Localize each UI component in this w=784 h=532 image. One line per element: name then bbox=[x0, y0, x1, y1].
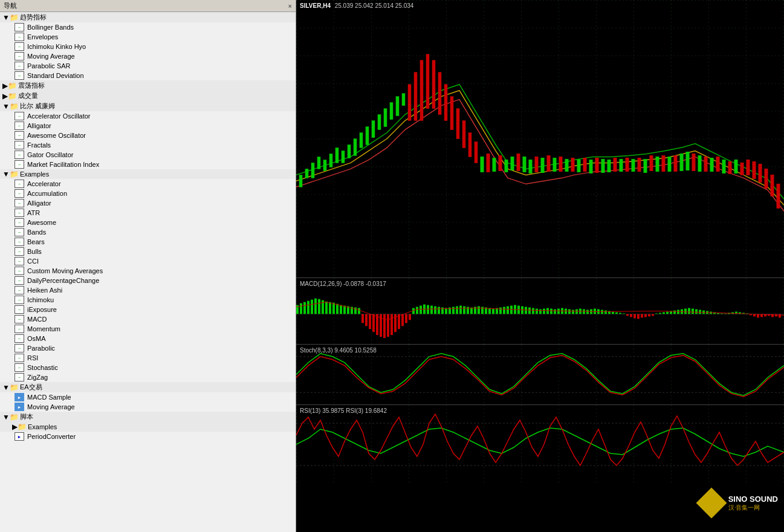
item-ex-iexposure[interactable]: iExposure bbox=[0, 305, 296, 314]
svg-rect-42 bbox=[523, 157, 526, 172]
section-bill[interactable]: ▼ 📁 比尔 威廉姆 bbox=[0, 101, 296, 111]
svg-rect-67 bbox=[674, 155, 677, 171]
item-ex-rsi[interactable]: RSI bbox=[0, 353, 296, 363]
svg-rect-120 bbox=[416, 307, 418, 314]
svg-rect-17 bbox=[372, 121, 375, 138]
item-ex-zigzag[interactable]: ZigZag bbox=[0, 372, 296, 382]
section-volume[interactable]: ▶ 📁 成交量 bbox=[0, 91, 296, 101]
toggle-oscillator[interactable]: ▶ bbox=[2, 82, 8, 90]
item-ex-accumulation[interactable]: Accumulation bbox=[0, 189, 296, 198]
item-ex-ichimoku[interactable]: Ichimoku bbox=[0, 295, 296, 305]
svg-rect-162 bbox=[568, 310, 571, 314]
svg-rect-64 bbox=[656, 157, 659, 171]
toggle-volume[interactable]: ▶ bbox=[2, 92, 8, 100]
svg-rect-121 bbox=[420, 306, 422, 314]
item-ea-moving-average[interactable]: Moving Average bbox=[0, 402, 296, 412]
svg-rect-74 bbox=[716, 157, 719, 171]
ea-icon-macd bbox=[15, 393, 24, 401]
item-alligator-bill[interactable]: Alligator bbox=[0, 121, 296, 131]
svg-rect-98 bbox=[336, 304, 339, 314]
toggle-scripts[interactable]: ▼ bbox=[2, 413, 10, 421]
folder-icon-scripts-examples: 📁 bbox=[18, 423, 27, 431]
item-scripts-examples[interactable]: ▶ 📁 Examples bbox=[0, 422, 296, 432]
item-period-converter[interactable]: PeriodConverter bbox=[0, 432, 296, 441]
svg-rect-58 bbox=[620, 159, 623, 171]
item-ex-dpc[interactable]: DailyPercentageChange bbox=[0, 276, 296, 285]
section-scripts[interactable]: ▼ 📁 脚本 bbox=[0, 412, 296, 422]
svg-rect-103 bbox=[354, 308, 357, 314]
item-fractals[interactable]: Fractals bbox=[0, 140, 296, 150]
rsi-label: RSI(13) 35.9875 RSI(3) 19.6842 bbox=[297, 406, 389, 415]
item-gator[interactable]: Gator Oscillator bbox=[0, 150, 296, 160]
svg-rect-52 bbox=[583, 158, 586, 171]
label-accelerator-osc: Accelerator Oscillator bbox=[27, 112, 91, 120]
item-ex-heiken[interactable]: Heiken Ashi bbox=[0, 285, 296, 295]
folder-icon-volume: 📁 bbox=[8, 92, 17, 100]
svg-rect-57 bbox=[614, 158, 617, 171]
item-ichimoku[interactable]: Ichimoku Kinko Hyo bbox=[0, 42, 296, 51]
item-ex-cci[interactable]: CCI bbox=[0, 256, 296, 266]
item-ex-cma[interactable]: Custom Moving Averages bbox=[0, 266, 296, 276]
item-ex-bears[interactable]: Bears bbox=[0, 237, 296, 247]
svg-rect-111 bbox=[383, 314, 386, 338]
svg-rect-38 bbox=[499, 155, 502, 170]
item-ex-bulls[interactable]: Bulls bbox=[0, 247, 296, 256]
section-examples[interactable]: ▼ 📁 Examples bbox=[0, 169, 296, 179]
label-ex-atr: ATR bbox=[27, 209, 40, 216]
svg-rect-68 bbox=[680, 154, 683, 170]
script-icon-pc bbox=[15, 432, 24, 441]
item-ex-stochastic[interactable]: Stochastic bbox=[0, 363, 296, 372]
toggle-ea[interactable]: ▼ bbox=[2, 383, 10, 392]
item-parabolic-sar[interactable]: Parabolic SAR bbox=[0, 61, 296, 71]
item-bollinger-bands[interactable]: Bollinger Bands bbox=[0, 22, 296, 32]
item-awesome-osc[interactable]: Awesome Oscillator bbox=[0, 131, 296, 140]
indicator-icon-exatr bbox=[15, 209, 24, 217]
toggle-examples[interactable]: ▼ bbox=[2, 170, 10, 178]
indicator-icon-exparabolic bbox=[15, 344, 24, 352]
label-ex-bulls: Bulls bbox=[27, 248, 42, 255]
toggle-bill[interactable]: ▼ bbox=[2, 102, 10, 111]
item-accelerator-osc[interactable]: Accelerator Oscillator bbox=[0, 111, 296, 121]
svg-rect-182 bbox=[641, 314, 643, 317]
svg-rect-56 bbox=[607, 160, 611, 172]
item-envelopes[interactable]: Envelopes bbox=[0, 32, 296, 42]
item-moving-average[interactable]: Moving Average bbox=[0, 51, 296, 61]
item-mfi[interactable]: Market Facilitation Index bbox=[0, 160, 296, 169]
svg-rect-59 bbox=[626, 158, 629, 171]
section-trend[interactable]: ▼ 📁 趋势指标 bbox=[0, 12, 296, 22]
svg-rect-31 bbox=[456, 109, 459, 139]
item-ea-macd-sample[interactable]: MACD Sample bbox=[0, 392, 296, 402]
indicator-icon-exichimoku bbox=[15, 296, 24, 304]
section-oscillator[interactable]: ▶ 📁 震荡指标 bbox=[0, 80, 296, 91]
svg-rect-89 bbox=[303, 302, 306, 314]
indicator-icon-gator bbox=[15, 151, 24, 159]
item-ex-parabolic[interactable]: Parabolic bbox=[0, 343, 296, 353]
svg-rect-76 bbox=[728, 161, 731, 174]
item-standard-deviation[interactable]: Standard Deviation bbox=[0, 71, 296, 80]
svg-rect-196 bbox=[692, 309, 694, 314]
item-ex-awesome[interactable]: Awesome bbox=[0, 218, 296, 227]
label-ex-accelerator: Accelerator bbox=[27, 180, 61, 187]
toggle-scripts-examples[interactable]: ▶ bbox=[12, 423, 18, 431]
item-ex-bands[interactable]: Bands bbox=[0, 227, 296, 237]
item-ex-alligator[interactable]: Alligator bbox=[0, 198, 296, 208]
svg-rect-183 bbox=[644, 314, 647, 317]
toggle-trend[interactable]: ▼ bbox=[2, 13, 10, 22]
nav-close-button[interactable]: × bbox=[288, 2, 292, 10]
svg-rect-227 bbox=[296, 405, 784, 484]
trend-items: Bollinger Bands Envelopes Ichimoku Kinko… bbox=[0, 22, 296, 80]
item-ex-macd[interactable]: MACD bbox=[0, 314, 296, 324]
scripts-items: ▶ 📁 Examples PeriodConverter bbox=[0, 422, 296, 441]
item-ex-osma[interactable]: OsMA bbox=[0, 334, 296, 343]
svg-rect-36 bbox=[487, 154, 490, 172]
svg-rect-137 bbox=[478, 307, 480, 314]
svg-rect-191 bbox=[673, 311, 676, 314]
item-ex-momentum[interactable]: Momentum bbox=[0, 324, 296, 334]
item-ex-accelerator[interactable]: Accelerator bbox=[0, 179, 296, 189]
item-ex-atr[interactable]: ATR bbox=[0, 208, 296, 218]
tree-container[interactable]: ▼ 📁 趋势指标 Bollinger Bands Envelopes bbox=[0, 12, 296, 532]
svg-rect-65 bbox=[662, 155, 665, 171]
label-psar: Parabolic SAR bbox=[27, 62, 71, 70]
svg-rect-13 bbox=[348, 144, 351, 158]
section-ea[interactable]: ▼ 📁 EA交易 bbox=[0, 382, 296, 392]
